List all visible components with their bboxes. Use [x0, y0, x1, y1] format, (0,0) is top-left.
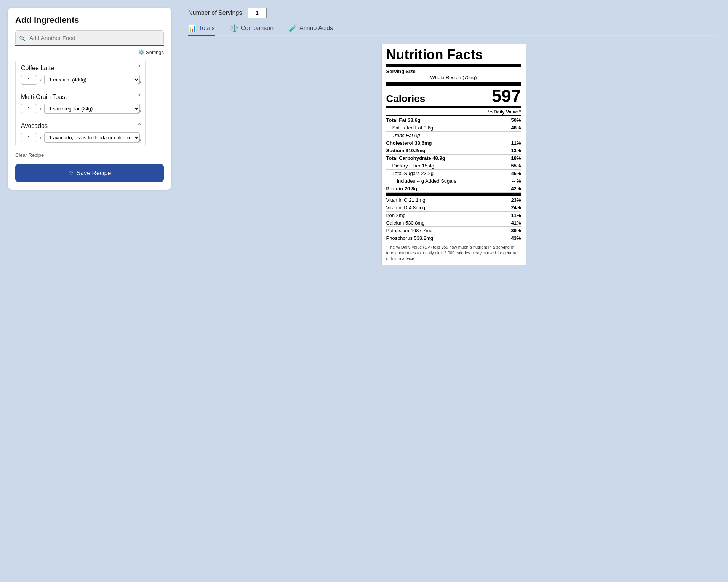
search-input[interactable]: [15, 30, 164, 45]
nf-row-value: 11%: [511, 140, 521, 146]
nf-row-value: 50%: [511, 117, 521, 123]
nf-row-value: 48%: [511, 125, 521, 131]
nutrition-facts-title: Nutrition Facts: [386, 47, 521, 67]
nutrition-row: Saturated Fat 9.6g48%: [386, 124, 521, 132]
nutrition-row: Total Carbohydrate 48.9g18%: [386, 155, 521, 162]
thick-bar-vitamins: [386, 193, 521, 196]
quantity-input[interactable]: [21, 104, 37, 113]
vitamin-row: Vitamin C 21.1mg 23%: [386, 196, 521, 204]
expand-button[interactable]: ↗: [137, 80, 141, 86]
calories-row: Calories 597: [386, 87, 521, 108]
nutrition-row: Cholesterol 33.6mg11%: [386, 139, 521, 147]
vitamin-row: Phosphorus 538.2mg 43%: [386, 234, 521, 242]
thick-bar-top: [386, 82, 521, 86]
calories-label: Calories: [386, 93, 426, 105]
vitamin-row-value: 41%: [511, 220, 521, 226]
ingredient-item: × Coffee Latte x 1 medium (480g)1 small …: [16, 60, 145, 89]
nutrition-facts-wrapper: Nutrition Facts Serving Size Whole Recip…: [381, 44, 526, 265]
nf-footnote: *The % Daily Value (DV) tells you how mu…: [386, 244, 521, 262]
clear-recipe-button[interactable]: Clear Recipe: [15, 152, 44, 158]
serving-select[interactable]: 1 medium (480g)1 small (240g)1 large (60…: [44, 75, 140, 85]
nf-row-value: 46%: [511, 171, 521, 176]
tab-label: Totals: [199, 25, 215, 32]
nutrition-row: Dietary Fiber 15.4g55%: [386, 162, 521, 170]
vitamin-row: Calcium 530.8mg 41%: [386, 219, 521, 227]
save-recipe-button[interactable]: ☆ Save Recipe: [15, 164, 164, 182]
tab-label: Amino Acids: [299, 25, 333, 32]
expand-button[interactable]: ↗: [137, 109, 141, 115]
nutrition-row: Protein 20.8g42%: [386, 185, 521, 193]
card-title: Add Ingredients: [15, 15, 164, 25]
vitamin-row-label: Potassium 1687.7mg: [386, 228, 508, 233]
nf-row-value: 55%: [511, 163, 521, 169]
nf-row-label: Includes -- g Added Sugars: [386, 178, 509, 184]
tab-amino-acids[interactable]: 🧪 Amino Acids: [289, 24, 333, 36]
x-label: x: [39, 135, 42, 140]
nf-row-label: Saturated Fat 9.6g: [386, 125, 508, 131]
nf-row-value: 18%: [511, 155, 521, 161]
nutrition-row: Total Sugars 23.2g46%: [386, 170, 521, 177]
quantity-input[interactable]: [21, 75, 37, 85]
nf-row-label: Protein 20.8g: [386, 186, 508, 191]
save-recipe-label: Save Recipe: [77, 170, 111, 177]
vitamin-row-label: Iron 2mg: [386, 212, 508, 218]
remove-ingredient-button[interactable]: ×: [138, 121, 141, 127]
servings-input[interactable]: [248, 8, 267, 18]
nf-row-label: Dietary Fiber 15.4g: [386, 163, 508, 169]
right-panel: Number of Servings: 📊 Totals ⚖️ Comparis…: [179, 0, 728, 582]
search-container: 🔍: [15, 30, 164, 46]
search-underline: [15, 45, 164, 46]
nutrition-row: Includes -- g Added Sugars-- %: [386, 177, 521, 185]
serving-select[interactable]: 1 avocado, ns as to florida or californ1…: [44, 132, 140, 143]
remove-ingredient-button[interactable]: ×: [138, 63, 141, 69]
expand-button[interactable]: ↗: [137, 138, 141, 144]
nf-row-label: Total Fat 38.6g: [386, 117, 508, 123]
ingredients-list-wrapper: × Coffee Latte x 1 medium (480g)1 small …: [15, 60, 164, 147]
nf-row-value: 42%: [511, 186, 521, 191]
nf-row-value: 13%: [511, 148, 521, 153]
nutrition-row: Total Fat 38.6g50%: [386, 116, 521, 124]
vitamin-row-value: 43%: [511, 235, 521, 241]
ingredient-item: × Avocados x 1 avocado, ns as to florida…: [16, 118, 145, 147]
dv-header: % Daily Value *: [386, 109, 521, 116]
nutrition-row: Trans Fat 0g: [386, 132, 521, 139]
x-label: x: [39, 77, 42, 83]
nutrition-rows: Total Fat 38.6g50%Saturated Fat 9.6g48%T…: [386, 116, 521, 193]
vitamin-rows: Vitamin C 21.1mg 23% Vitamin D 4.8mcg 24…: [386, 196, 521, 242]
serving-size-label: Serving Size: [386, 69, 521, 74]
settings-row: ⚙️ Settings: [15, 49, 164, 55]
nf-row-label: Sodium 310.2mg: [386, 148, 508, 153]
nutrition-facts-box: Nutrition Facts Serving Size Whole Recip…: [381, 44, 526, 265]
tab-icon: 📊: [188, 24, 197, 32]
serving-select[interactable]: 1 slice regular (24g)1 slice thick (30g): [44, 104, 140, 114]
calories-value: 597: [492, 87, 521, 105]
quantity-input[interactable]: [21, 133, 37, 142]
ingredient-name: Multi-Grain Toast: [21, 94, 140, 100]
ingredient-name: Coffee Latte: [21, 65, 140, 72]
tab-comparison[interactable]: ⚖️ Comparison: [230, 24, 274, 36]
settings-button[interactable]: ⚙️ Settings: [138, 49, 164, 55]
ingredient-name: Avocados: [21, 123, 140, 129]
search-icon: 🔍: [19, 35, 26, 41]
vitamin-row-value: 24%: [511, 205, 521, 210]
tab-label: Comparison: [241, 25, 274, 32]
star-icon: ☆: [68, 169, 74, 177]
tab-icon: ⚖️: [230, 24, 238, 32]
vitamin-row: Potassium 1687.7mg 36%: [386, 227, 521, 234]
servings-row: Number of Servings:: [188, 8, 719, 18]
nf-row-label: Cholesterol 33.6mg: [386, 140, 508, 146]
vitamin-row-value: 11%: [511, 212, 521, 218]
x-label: x: [39, 106, 42, 112]
vitamin-row: Iron 2mg 11%: [386, 212, 521, 219]
settings-label: Settings: [146, 49, 164, 55]
vitamin-row: Vitamin D 4.8mcg 24%: [386, 204, 521, 212]
nf-row-label: Trans Fat 0g: [386, 132, 521, 138]
remove-ingredient-button[interactable]: ×: [138, 92, 141, 98]
ingredients-list: × Coffee Latte x 1 medium (480g)1 small …: [15, 60, 146, 147]
vitamin-row-label: Phosphorus 538.2mg: [386, 235, 508, 241]
nf-row-value: -- %: [512, 178, 521, 184]
tabs-row: 📊 Totals ⚖️ Comparison 🧪 Amino Acids: [188, 24, 719, 36]
vitamin-row-label: Vitamin C 21.1mg: [386, 197, 508, 203]
ingredient-item: × Multi-Grain Toast x 1 slice regular (2…: [16, 89, 145, 118]
tab-totals[interactable]: 📊 Totals: [188, 24, 215, 36]
